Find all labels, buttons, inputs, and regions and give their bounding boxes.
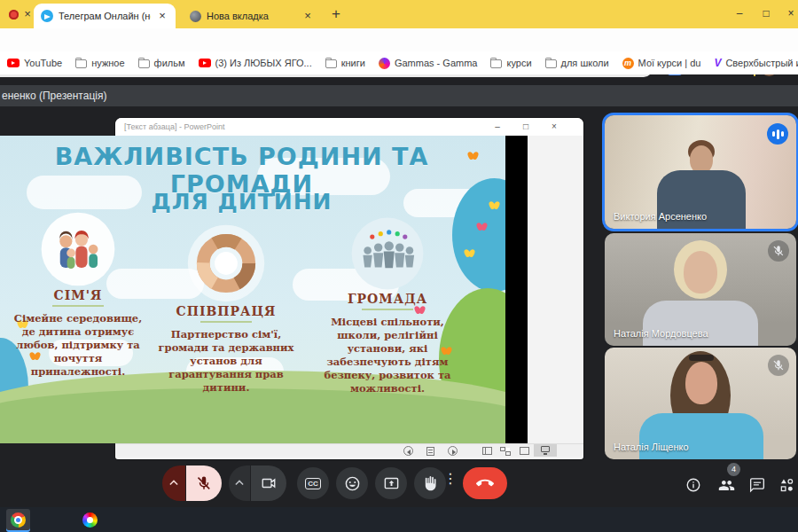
heading-rule [200,321,252,323]
tab-label: Нова вкладка [207,11,296,21]
powerpoint-window-title: [Текст абзаца] - PowerPoint [124,122,224,131]
screen: × Телеграм Онлайн (неофициал × Нова вкла… [0,0,798,532]
bookmark-gamma[interactable]: Gammas - Gamma [379,58,478,69]
chevron-up-icon [231,475,247,491]
camera-options-button[interactable] [229,466,250,501]
meeting-info-button[interactable] [685,477,701,497]
camera-icon [261,475,277,491]
participant-tile-mordovtseva[interactable]: Наталія Мордовцева [605,233,796,346]
mic-muted-icon [768,240,789,262]
close-icon[interactable]: × [156,10,168,22]
window-maximize-button[interactable]: □ [759,6,773,20]
captions-button[interactable]: CC [297,467,329,499]
color-swirl-icon [82,512,98,528]
bookmark-moodle[interactable]: mМої курси | du [622,58,701,69]
mic-toggle-button[interactable] [186,466,222,501]
bookmark-folder[interactable]: книги [325,58,365,68]
butterfly-icon [489,201,499,209]
participant-tile-arsenenko[interactable]: Виктория Арсененко [605,115,796,229]
hand-icon [422,475,439,492]
slide-column-community: ГРОМАДА Місцеві спільноти, школи, релігі… [309,215,466,395]
butterfly-icon [477,223,487,231]
chrome-icon [11,512,26,528]
bookmark-folder[interactable]: курси [490,58,531,68]
sunglasses [689,355,714,361]
window-minimize-button[interactable]: – [732,6,747,20]
folder-icon [325,59,337,68]
tab-new-tab[interactable]: Нова вкладка × [183,4,321,28]
folder-icon [75,59,87,68]
bookmark-folder[interactable]: для школи [545,58,609,68]
community-illustration [349,215,426,292]
tab-telegram[interactable]: Телеграм Онлайн (неофициал × [34,4,176,28]
bookmark-youtube-video[interactable]: (3) Из ЛЮБЫХ ЯГО... [199,58,312,68]
mic-muted-icon [768,355,789,376]
slide-column-cooperation: СПІВПРАЦЯ Партнерство сім'ї, громади та … [153,223,300,395]
folder-icon [490,59,502,68]
column-body: Місцеві спільноти, школи, релігійні уста… [309,316,466,395]
folder-icon [545,59,557,68]
present-screen-icon [383,475,400,492]
bookmark-vpn[interactable]: VСверхбыстрый и п... [714,57,798,69]
activities-button[interactable] [778,477,795,497]
moodle-icon: m [622,58,634,69]
powerpoint-statusbar [115,443,583,457]
telegram-icon [41,10,53,22]
more-options-button[interactable]: ⋮ [443,470,458,487]
previous-slide-icon [403,446,413,456]
participants-count-badge: 4 [727,463,740,476]
close-icon[interactable]: × [21,8,34,20]
browser-tab-bar: × Телеграм Онлайн (неофициал × Нова вкла… [0,0,798,28]
heading-rule [52,305,104,307]
new-tab-button[interactable]: + [332,5,340,23]
grass-decoration [0,388,505,443]
end-call-button[interactable] [463,467,507,499]
tab-label: Телеграм Онлайн (неофициал [59,11,151,21]
powerpoint-titlebar: [Текст абзаца] - PowerPoint – □ × [115,118,583,136]
column-heading: СПІВПРАЦЯ [153,304,300,318]
speaking-audio-indicator [767,123,788,145]
bookmark-folder[interactable]: фильм [138,58,185,68]
browser-logo-icon [190,11,201,22]
raise-hand-button[interactable] [414,467,446,499]
slide-sorter-icon [500,447,510,455]
recording-dot-icon [9,10,19,20]
maximize-icon: □ [520,121,532,133]
slide-column-family: СІМ'Я Сімейне середовище, де дитина отри… [7,210,149,379]
column-body: Партнерство сім'ї, громади та державних … [153,328,300,395]
notes-icon [426,447,434,456]
taskbar-chrome-button[interactable] [6,509,30,530]
mic-options-button[interactable] [162,466,185,501]
bookmarks-bar: YouTube нужное фильм (3) Из ЛЮБЫХ ЯГО...… [0,51,798,74]
close-icon: × [548,121,560,133]
present-button[interactable] [375,467,407,499]
reactions-button[interactable] [336,467,368,499]
heading-rule [362,309,413,310]
close-icon[interactable]: × [301,10,314,22]
participants-button[interactable] [718,477,735,497]
folder-icon [138,59,150,68]
presenter-label: ененко (Презентація) [0,90,106,102]
emoji-icon [344,475,361,492]
participant-name: Наталія Ліщенко [614,442,689,452]
youtube-icon [7,59,20,67]
participant-tile-lishchenko[interactable]: Наталія Ліщенко [605,348,796,459]
minimize-icon: – [491,121,504,133]
camera-toggle-button[interactable] [251,466,286,501]
bookmark-youtube[interactable]: YouTube [7,58,62,68]
taskbar-app-button[interactable] [78,509,102,530]
bookmark-folder[interactable]: нужное [75,58,124,68]
normal-view-icon [482,447,492,455]
column-heading: ГРОМАДА [309,292,466,306]
participant-name: Виктория Арсененко [614,211,707,222]
slideshow-view-selected [534,444,557,457]
v-logo-icon: V [714,57,721,69]
next-slide-icon [448,446,458,456]
chat-button[interactable] [749,477,765,497]
tab-recording[interactable] [9,10,19,20]
chevron-up-icon [166,475,182,491]
people-icon [718,477,735,494]
gamma-icon [379,58,390,69]
reading-view-icon [520,447,529,455]
window-close-button[interactable]: × [784,6,798,20]
